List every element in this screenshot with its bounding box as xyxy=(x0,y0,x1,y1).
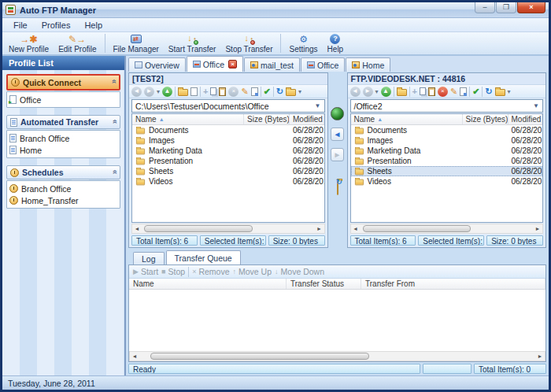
move-up-button[interactable]: ↑ Move Up xyxy=(233,267,272,276)
tab-transfer-queue[interactable]: Transfer Queue xyxy=(166,250,241,264)
start-transfer-button[interactable]: ↓↑ Start Transfer xyxy=(165,32,220,54)
group-automated-transfer[interactable]: Automated Transfer » xyxy=(6,115,120,129)
table-row[interactable]: Presentation 06/28/2011 0... xyxy=(351,156,543,166)
open-folder-icon[interactable] xyxy=(178,89,188,96)
close-button[interactable]: × xyxy=(517,2,545,13)
local-path-combobox[interactable]: C:\Users\Testuser\Documents\Office ▼ xyxy=(131,99,325,113)
menu-profiles[interactable]: Profiles xyxy=(35,20,77,31)
scroll-left-icon[interactable]: ◄ xyxy=(352,226,360,231)
tab-office-active[interactable]: Office × xyxy=(187,56,243,72)
scrollbar-thumb[interactable] xyxy=(144,225,252,232)
move-down-button[interactable]: ↓ Move Down xyxy=(275,267,324,276)
table-row[interactable]: Images 06/28/2011 0... xyxy=(132,135,324,146)
refresh-icon[interactable]: ↻ xyxy=(276,87,283,97)
stop-queue-button[interactable]: ■ Stop xyxy=(161,267,185,276)
scroll-right-icon[interactable]: ► xyxy=(536,353,544,359)
table-row[interactable]: Documents 06/28/2011 0... xyxy=(132,125,324,135)
properties-icon[interactable] xyxy=(460,87,467,96)
delete-icon[interactable]: × xyxy=(438,87,448,97)
table-row[interactable]: Sheets 06/28/2011 0... xyxy=(132,166,324,176)
paste-icon[interactable] xyxy=(428,87,435,96)
up-directory-icon[interactable]: ▲ xyxy=(162,87,172,97)
connect-status-icon[interactable] xyxy=(331,107,344,120)
remote-path-combobox[interactable]: /Office2 ▼ xyxy=(350,99,544,113)
table-row[interactable]: Images 06/28/2011 0... xyxy=(351,135,543,146)
copy-icon[interactable] xyxy=(420,87,426,95)
sidebar-item-home-transfer[interactable]: Home_Transfer xyxy=(9,194,117,206)
back-icon[interactable]: ◄ xyxy=(350,87,361,97)
table-row-selected[interactable]: Sheets 06/28/2011 0... xyxy=(351,166,543,176)
scroll-left-icon[interactable]: ◄ xyxy=(133,226,141,231)
collapse-chevron-icon[interactable]: » xyxy=(111,120,120,124)
scrollbar-thumb[interactable] xyxy=(363,225,471,232)
remove-queue-button[interactable]: × Remove xyxy=(192,267,229,276)
close-tab-icon[interactable]: × xyxy=(228,60,237,68)
path-dropdown-icon[interactable]: ▼ xyxy=(315,102,321,109)
column-header-modified[interactable]: Modified Date xyxy=(290,114,324,124)
forward-icon[interactable]: ► xyxy=(144,87,154,97)
start-queue-button[interactable]: ▶ Start xyxy=(133,267,158,276)
table-row[interactable]: Videos 06/28/2011 0... xyxy=(132,176,324,187)
edit-profile-button[interactable]: ✎→ Edit Profile xyxy=(55,32,99,54)
file-manager-button[interactable]: ⇄ File Manager xyxy=(110,32,162,54)
sidebar-item-branch-office[interactable]: Branch Office xyxy=(9,132,117,144)
queue-table-body[interactable] xyxy=(129,290,545,351)
restore-button[interactable]: ❐ xyxy=(496,2,516,13)
refresh-icon[interactable]: ↻ xyxy=(485,87,492,97)
rename-icon[interactable]: ✎ xyxy=(241,87,248,97)
tab-office-2[interactable]: Office xyxy=(301,57,345,72)
new-profile-button[interactable]: →✱ New Profile xyxy=(6,32,52,54)
column-header-name[interactable]: Name ▲ xyxy=(351,114,463,124)
collapse-chevron-icon[interactable]: » xyxy=(111,171,120,174)
add-icon[interactable]: + xyxy=(203,87,208,96)
column-header-name[interactable]: Name ▲ xyxy=(132,114,244,124)
select-icon[interactable]: ✔ xyxy=(472,87,479,97)
table-row[interactable]: Marketing Data 06/28/2011 0... xyxy=(351,146,543,156)
path-dropdown-icon[interactable]: ▼ xyxy=(533,102,539,109)
paste-icon[interactable] xyxy=(219,87,226,96)
horizontal-scrollbar[interactable]: ◄ ► xyxy=(129,351,545,361)
stop-transfer-button[interactable]: ↓↑ Stop Transfer xyxy=(222,32,276,54)
horizontal-scrollbar[interactable]: ◄ ► xyxy=(350,224,544,234)
transfer-left-button[interactable]: ◄ xyxy=(331,128,344,141)
sidebar-item-schedule-branch-office[interactable]: Branch Office xyxy=(9,183,117,194)
back-icon[interactable]: ◄ xyxy=(131,87,142,97)
menu-file[interactable]: File xyxy=(7,20,34,31)
table-row[interactable]: Videos 06/28/2011 0... xyxy=(351,176,543,187)
column-header-size[interactable]: Size (Bytes) xyxy=(244,114,290,124)
column-header-transfer-status[interactable]: Transfer Status xyxy=(287,279,361,289)
horizontal-scrollbar[interactable]: ◄ ► xyxy=(131,224,325,234)
add-icon[interactable]: + xyxy=(412,87,417,96)
sidebar-item-home[interactable]: Home xyxy=(9,144,117,156)
view-dropdown-icon[interactable]: ▾ xyxy=(508,88,511,95)
select-icon[interactable]: ✔ xyxy=(264,87,271,97)
group-quick-connect[interactable]: Quick Connect » xyxy=(6,74,120,91)
scroll-right-icon[interactable]: ► xyxy=(534,226,542,231)
sidebar-item-office[interactable]: Office xyxy=(9,94,117,105)
column-header-name[interactable]: Name xyxy=(129,279,287,289)
copy-icon[interactable] xyxy=(210,87,216,95)
up-directory-icon[interactable]: ▲ xyxy=(381,87,391,97)
settings-button[interactable]: ⚙ Settings xyxy=(286,32,320,54)
tab-overview[interactable]: Overview xyxy=(128,57,186,72)
view-folder-icon[interactable] xyxy=(286,89,296,96)
view-dropdown-icon[interactable]: ▾ xyxy=(298,88,301,95)
properties-icon[interactable] xyxy=(251,87,258,96)
history-dropdown-icon[interactable]: ▾ xyxy=(157,88,160,95)
group-schedules[interactable]: Schedules » xyxy=(6,165,120,179)
folder-sync-icon[interactable] xyxy=(337,181,338,195)
open-folder-icon[interactable] xyxy=(397,89,407,96)
table-row[interactable]: Presentation 06/28/2011 0... xyxy=(132,156,324,166)
minimize-button[interactable]: – xyxy=(475,2,495,13)
history-dropdown-icon[interactable]: ▾ xyxy=(375,88,379,95)
column-header-transfer-from[interactable]: Transfer From xyxy=(361,279,545,289)
collapse-chevron-icon[interactable]: » xyxy=(110,81,119,84)
new-file-icon[interactable] xyxy=(190,87,198,96)
view-folder-icon[interactable] xyxy=(495,89,505,96)
rename-icon[interactable]: ✎ xyxy=(450,87,457,97)
forward-icon[interactable]: ► xyxy=(363,87,373,97)
table-row[interactable]: Marketing Data 06/28/2011 0... xyxy=(132,146,324,156)
table-row[interactable]: Documents 06/28/2011 0... xyxy=(351,125,543,135)
scroll-right-icon[interactable]: ► xyxy=(316,226,324,231)
delete-icon[interactable]: × xyxy=(228,87,239,97)
